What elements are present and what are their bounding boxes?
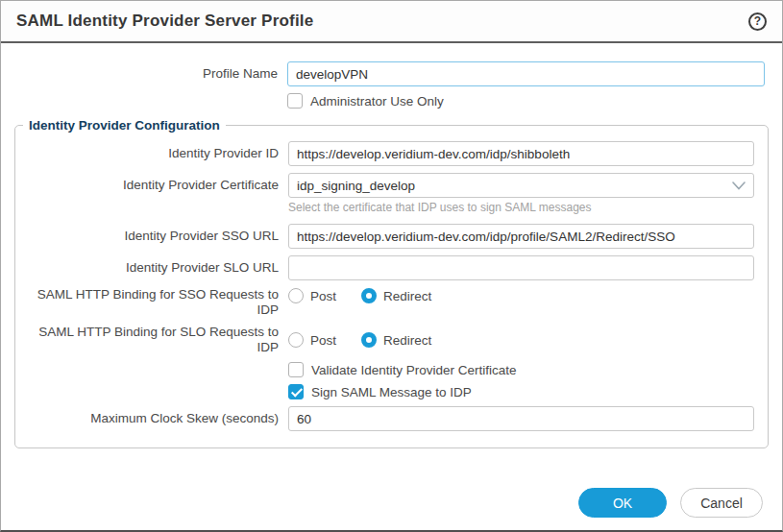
idp-id-input[interactable] (288, 141, 754, 166)
idp-certificate-value: idp_signing_develop (297, 179, 415, 193)
clock-skew-row: Maximum Clock Skew (seconds) (15, 406, 754, 431)
idp-certificate-select[interactable]: idp_signing_develop (288, 173, 754, 198)
chevron-down-icon[interactable] (732, 181, 746, 190)
dialog-body: Profile Name Administrator Use Only Iden… (1, 43, 782, 448)
help-glyph: ? (754, 14, 761, 28)
idp-configuration-section: Identity Provider Configuration Identity… (14, 118, 769, 448)
slo-binding-radio-post[interactable] (288, 332, 304, 348)
sso-url-label: Identity Provider SSO URL (15, 229, 288, 244)
validate-cert-checkbox[interactable] (288, 362, 304, 377)
idp-certificate-help-row: Select the certificate that IDP uses to … (15, 205, 754, 214)
slo-url-label: Identity Provider SLO URL (15, 260, 288, 276)
sso-binding-label: SAML HTTP Binding for SSO Requests to ID… (15, 287, 288, 318)
sso-binding-radio-post[interactable] (288, 288, 304, 303)
sso-binding-redirect-label: Redirect (383, 289, 431, 303)
idp-certificate-label: Identity Provider Certificate (15, 178, 288, 193)
sign-saml-checkbox[interactable] (288, 384, 304, 399)
clock-skew-label: Maximum Clock Skew (seconds) (15, 411, 288, 426)
slo-binding-radio-redirect[interactable] (361, 332, 377, 348)
admin-use-only-label: Administrator Use Only (310, 94, 444, 109)
slo-binding-label: SAML HTTP Binding for SLO Requests to ID… (15, 325, 288, 355)
sso-binding-radio-redirect[interactable] (361, 288, 377, 303)
clock-skew-input[interactable] (288, 406, 754, 431)
sign-saml-row: Sign SAML Message to IDP (15, 384, 754, 399)
page-title: SAML Identity Provider Server Profile (16, 12, 313, 31)
validate-cert-row: Validate Identity Provider Certificate (15, 362, 754, 377)
idp-id-label: Identity Provider ID (15, 146, 288, 161)
slo-binding-post-label: Post (310, 333, 336, 348)
idp-configuration-legend: Identity Provider Configuration (23, 118, 226, 133)
slo-url-input[interactable] (288, 255, 754, 280)
sso-binding-post-label: Post (310, 289, 336, 303)
ok-button[interactable]: OK (578, 488, 667, 518)
slo-binding-row: SAML HTTP Binding for SLO Requests to ID… (15, 325, 754, 355)
profile-name-row: Profile Name (1, 61, 765, 86)
profile-name-label: Profile Name (1, 66, 287, 82)
title-bar: SAML Identity Provider Server Profile ? (1, 1, 782, 43)
validate-cert-label: Validate Identity Provider Certificate (311, 363, 517, 377)
sso-url-input[interactable] (288, 224, 754, 249)
help-icon[interactable]: ? (748, 12, 767, 31)
sso-url-row: Identity Provider SSO URL (15, 224, 754, 249)
admin-use-only-checkbox[interactable] (287, 93, 303, 109)
saml-idp-profile-dialog: SAML Identity Provider Server Profile ? … (0, 0, 783, 532)
sign-saml-label: Sign SAML Message to IDP (311, 385, 472, 399)
idp-certificate-row: Identity Provider Certificate idp_signin… (15, 173, 754, 198)
profile-name-input[interactable] (287, 61, 765, 86)
admin-use-only-row: Administrator Use Only (1, 93, 765, 109)
idp-certificate-help-text: Select the certificate that IDP uses to … (288, 201, 592, 214)
idp-id-row: Identity Provider ID (15, 141, 754, 166)
cancel-button[interactable]: Cancel (680, 488, 763, 518)
slo-binding-redirect-label: Redirect (383, 333, 431, 348)
slo-url-row: Identity Provider SLO URL (15, 255, 754, 280)
dialog-footer: OK Cancel (578, 488, 763, 518)
sso-binding-row: SAML HTTP Binding for SSO Requests to ID… (15, 287, 754, 318)
